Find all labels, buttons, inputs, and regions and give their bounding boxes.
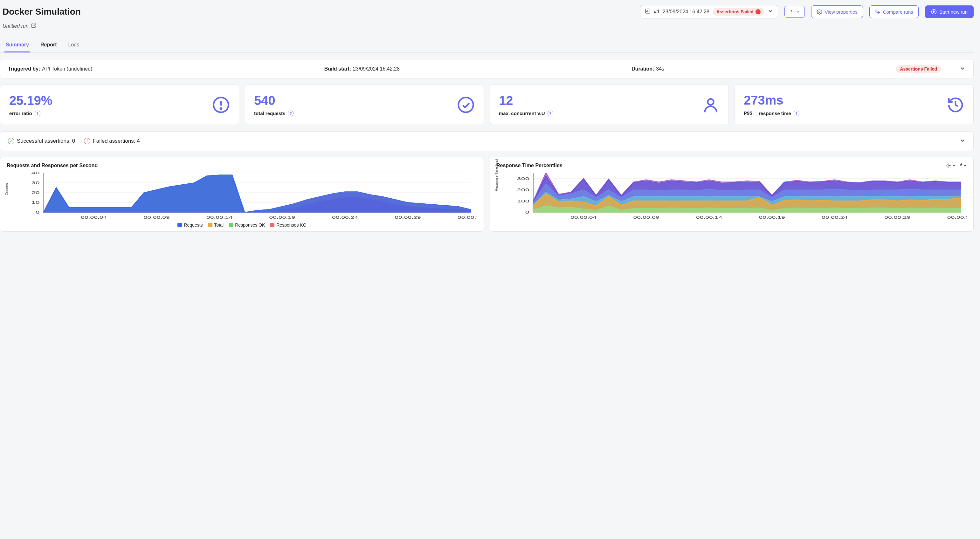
chart-response-time: Response Time Percentiles * Response Tim… <box>490 157 974 232</box>
p95-value: 273ms <box>744 93 799 107</box>
metric-p95: 273ms P95 response time? <box>735 84 974 125</box>
more-menu-button[interactable] <box>784 6 805 18</box>
chart-title: Response Time Percentiles <box>496 163 563 168</box>
svg-text:00:00:29: 00:00:29 <box>395 216 421 219</box>
triggered-by-value: API Token (undefined) <box>42 66 92 71</box>
svg-text:100: 100 <box>517 199 530 203</box>
svg-text:00:00:29: 00:00:29 <box>884 216 910 219</box>
legend-label: Responses KO <box>276 222 306 228</box>
run-date: 23/09/2024 16:42:28 <box>663 9 710 14</box>
chart-legend: RequestsTotalResponses OKResponses KO <box>7 222 477 228</box>
run-number: #1 <box>654 9 659 14</box>
duration-value: 34s <box>656 66 664 71</box>
tab-report[interactable]: Report <box>39 38 58 52</box>
dots-icon <box>789 9 794 14</box>
compare-icon <box>875 9 880 14</box>
legend-label: Total <box>214 222 224 228</box>
svg-text:300: 300 <box>517 177 530 181</box>
page-title: Docker Simulation <box>3 7 81 17</box>
alert-icon: ! <box>84 138 90 144</box>
gear-icon <box>816 9 822 14</box>
svg-text:200: 200 <box>517 188 530 192</box>
legend-item[interactable]: Responses KO <box>270 222 306 228</box>
successful-assertions: ✓ Successful assertions: 0 <box>8 138 75 144</box>
svg-point-31 <box>948 165 950 166</box>
expand-icon[interactable] <box>959 137 966 145</box>
warning-icon <box>212 96 230 114</box>
help-icon[interactable]: ? <box>35 111 40 116</box>
chart-series-button[interactable]: * <box>960 163 967 168</box>
failed-assertions: ! Failed assertions: 4 <box>84 138 140 144</box>
gear-icon <box>946 163 951 168</box>
svg-text:40: 40 <box>32 171 40 175</box>
expand-icon[interactable] <box>959 65 966 73</box>
chevron-down-icon <box>952 164 956 168</box>
view-properties-button[interactable]: View properties <box>811 5 863 18</box>
help-icon[interactable]: ? <box>547 111 553 116</box>
legend-label: Responses OK <box>235 222 265 228</box>
legend-item[interactable]: Requests <box>177 222 202 228</box>
svg-text:10: 10 <box>32 201 40 205</box>
chart-settings-button[interactable] <box>946 163 956 168</box>
metric-max-vu: 12 max. concurrent V.U? <box>490 84 729 125</box>
svg-point-10 <box>458 97 474 112</box>
chevron-down-icon[interactable] <box>768 8 773 15</box>
svg-text:0: 0 <box>525 210 530 214</box>
svg-point-3 <box>791 13 791 13</box>
swatch-icon <box>177 223 182 227</box>
total-requests-value: 540 <box>254 94 293 108</box>
y-axis-label: Count/s <box>5 183 9 195</box>
svg-point-9 <box>220 108 222 109</box>
svg-point-4 <box>818 11 820 13</box>
help-icon[interactable]: ? <box>288 111 293 116</box>
chevron-down-icon <box>795 10 800 14</box>
total-requests-label: total requests <box>254 111 285 116</box>
p95-label: response time <box>759 111 791 116</box>
run-subtitle: Untitled run <box>3 23 29 29</box>
asterisk-icon: * <box>960 163 963 168</box>
svg-text:00:00:19: 00:00:19 <box>269 216 295 219</box>
max-vu-value: 12 <box>499 94 553 108</box>
triggered-by-label: Triggered by: <box>8 66 40 71</box>
compare-runs-button[interactable]: Compare runs <box>869 5 919 18</box>
svg-text:00:00:34: 00:00:34 <box>947 216 967 219</box>
help-icon[interactable]: ? <box>794 111 799 116</box>
svg-text:20: 20 <box>32 191 40 195</box>
svg-text:00:00:34: 00:00:34 <box>458 216 477 219</box>
swatch-icon <box>229 223 233 227</box>
svg-text:00:00:04: 00:00:04 <box>81 216 107 219</box>
y-axis-label: Response Time (ms) <box>495 159 498 191</box>
chart-requests-responses: Requests and Responses per Second Count/… <box>0 157 484 232</box>
svg-point-11 <box>708 99 714 105</box>
status-badge: Assertions Failed <box>896 65 941 73</box>
swatch-icon <box>208 223 212 227</box>
svg-point-1 <box>791 10 791 11</box>
legend-item[interactable]: Responses OK <box>229 222 265 228</box>
alert-icon: ! <box>756 9 760 14</box>
svg-text:00:00:14: 00:00:14 <box>206 216 232 219</box>
edit-icon[interactable] <box>31 23 36 29</box>
start-new-run-button[interactable]: Start new run <box>925 5 974 18</box>
svg-text:00:00:09: 00:00:09 <box>144 216 170 219</box>
svg-text:00:00:19: 00:00:19 <box>759 216 785 219</box>
tab-summary[interactable]: Summary <box>5 38 30 52</box>
run-selector[interactable]: #1 23/09/2024 16:42:28 Assertions Failed… <box>640 5 778 18</box>
legend-item[interactable]: Total <box>208 222 224 228</box>
svg-text:00:00:09: 00:00:09 <box>633 216 659 219</box>
error-ratio-label: error ratio <box>9 111 32 116</box>
check-icon: ✓ <box>8 138 14 144</box>
chart-icon <box>645 8 651 15</box>
tab-bar: Summary Report Logs <box>0 38 974 53</box>
tab-logs[interactable]: Logs <box>67 38 80 52</box>
chart-title: Requests and Responses per Second <box>7 163 98 168</box>
svg-text:00:00:24: 00:00:24 <box>822 216 848 219</box>
chart-svg: 010020030000:00:0400:00:0900:00:1400:00:… <box>496 170 967 221</box>
svg-point-2 <box>791 11 791 12</box>
play-icon <box>931 9 937 14</box>
status-badge: Assertions Failed ! <box>713 8 764 16</box>
chevron-down-icon <box>963 164 967 168</box>
svg-marker-6 <box>933 11 935 13</box>
history-icon <box>947 96 964 114</box>
error-ratio-value: 25.19% <box>9 94 52 108</box>
max-vu-label: max. concurrent V.U <box>499 111 545 116</box>
